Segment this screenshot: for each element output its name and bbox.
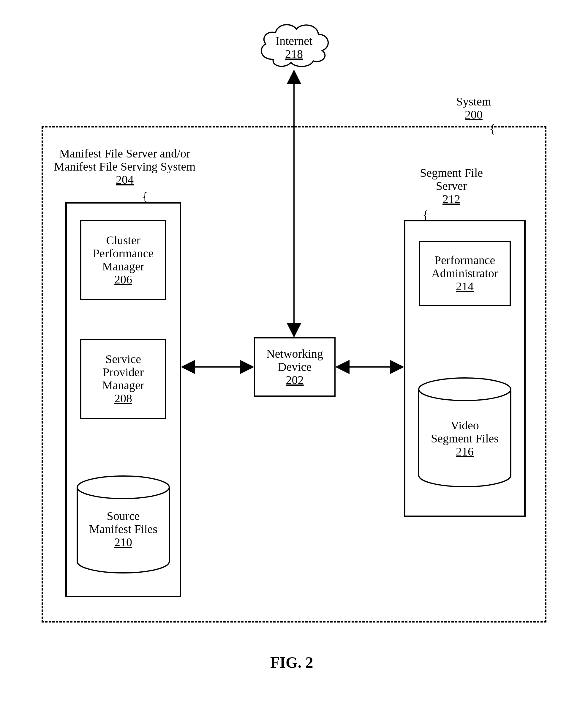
connectors: [12, 12, 576, 710]
figure-caption: FIG. 2: [270, 654, 313, 671]
